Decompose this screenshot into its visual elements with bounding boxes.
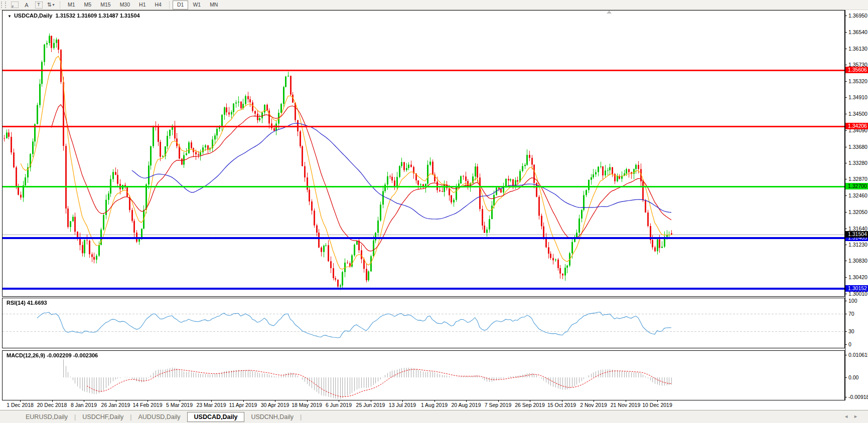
tab-usdcad[interactable]: USDCAD,Daily [187, 412, 245, 422]
date-label: 6 Jun 2019 [326, 402, 352, 408]
chart-ohlc: 1.31532 1.31609 1.31487 1.31504 [55, 13, 139, 19]
price-tick: 1.31230 [848, 242, 867, 248]
timeframe-button-H1[interactable]: H1 [134, 1, 150, 10]
macd-canvas[interactable] [3, 351, 844, 400]
timeframe-button-MN[interactable]: MN [205, 1, 222, 10]
price-tick: 1.34910 [848, 94, 867, 100]
tab-scroll-right-icon: ► [853, 414, 863, 419]
candlestick-canvas[interactable] [3, 11, 844, 296]
tab-eurusd[interactable]: EURUSD,Daily [19, 412, 74, 422]
rsi-tick: 100 [848, 298, 857, 304]
date-label: 26 Sep 2019 [515, 402, 545, 408]
top-toolbar: F A T ⇅▾ M1M5M15M30H1H4D1W1MN [0, 0, 868, 10]
date-label: 30 Apr 2019 [261, 402, 290, 408]
date-label: 2 Nov 2019 [580, 402, 607, 408]
date-label: 26 Jan 2019 [101, 402, 130, 408]
price-tick: 1.36130 [848, 46, 867, 52]
price-axis: 1.369501.365401.361301.357301.353201.349… [845, 10, 868, 400]
arrows-icon[interactable]: ⇅▾ [46, 1, 56, 9]
tab-usdcnh[interactable]: USDCNH,Daily [244, 412, 300, 422]
date-label: 21 Nov 2019 [611, 402, 641, 408]
hline-price-label: 1.30152 [845, 285, 868, 292]
tab-divider: | [300, 413, 302, 420]
collapse-icon[interactable]: ▼ [8, 14, 12, 19]
date-label: 1 Dec 2018 [7, 402, 34, 408]
rsi-panel: RSI(14) 41.6693 [2, 298, 845, 348]
chart-title: ▼USDCAD,Daily 1.31532 1.31609 1.31487 1.… [8, 13, 140, 19]
chart-tab-bar: ◄► EURUSD,Daily|USDCHF,Daily|AUDUSD,Dail… [0, 410, 868, 423]
price-tick: 1.30830 [848, 258, 867, 264]
date-label: 20 Aug 2019 [452, 402, 481, 408]
last-price-label: 1.31504 [845, 231, 868, 238]
macd-panel: MACD(12,26,9) -0.002209 -0.002306 [2, 350, 845, 400]
hline-price-label: 1.32700 [845, 183, 868, 189]
tab-audusd[interactable]: AUDUSD,Daily [132, 412, 187, 422]
price-tick: 1.32050 [848, 209, 867, 215]
price-tick: 1.30010 [848, 291, 867, 297]
rsi-label: RSI(14) 41.6693 [7, 300, 47, 306]
date-label: 23 Mar 2019 [197, 402, 226, 408]
main-chart-panel: ▼USDCAD,Daily 1.31532 1.31609 1.31487 1.… [2, 10, 845, 297]
timeframe-button-D1[interactable]: D1 [173, 1, 188, 10]
hline-price-label: 1.34206 [845, 123, 868, 129]
chart-shift-marker[interactable] [607, 11, 612, 14]
macd-tick: 0.00 [848, 374, 858, 380]
price-tick: 1.34500 [848, 111, 867, 117]
date-label: 7 Sep 2019 [485, 402, 512, 408]
rsi-canvas[interactable] [3, 298, 844, 348]
date-label: 25 Jun 2019 [356, 402, 385, 408]
date-label: 20 Dec 2018 [37, 402, 67, 408]
date-label: 15 Oct 2019 [547, 402, 576, 408]
rsi-tick: 30 [848, 328, 854, 334]
timeframe-button-H4[interactable]: H4 [151, 1, 166, 10]
text-label-icon[interactable]: T [34, 1, 44, 9]
price-tick: 1.33280 [848, 160, 867, 166]
timeframe-button-M30[interactable]: M30 [115, 1, 134, 10]
toolbar-separator [60, 2, 60, 9]
date-label: 13 Jul 2019 [389, 402, 416, 408]
price-tick: 1.32460 [848, 192, 867, 198]
date-label: 10 Dec 2019 [642, 402, 672, 408]
tab-scroll-arrows[interactable]: ◄► [844, 414, 863, 419]
tab-usdchf[interactable]: USDCHF,Daily [76, 412, 130, 422]
text-icon[interactable]: A [22, 1, 32, 9]
price-tick: 1.36540 [848, 29, 867, 35]
rsi-value: 41.6693 [27, 300, 47, 306]
timeframe-button-M15[interactable]: M15 [96, 1, 115, 10]
price-tick: 1.32870 [848, 176, 867, 182]
price-tick: 1.30420 [848, 274, 867, 280]
date-axis: 1 Dec 201820 Dec 20188 Jan 201926 Jan 20… [2, 400, 845, 410]
date-label: 11 Apr 2019 [229, 402, 257, 408]
date-label: 1 Aug 2019 [421, 402, 448, 408]
timeframe-button-W1[interactable]: W1 [188, 1, 205, 10]
fibonacci-icon[interactable]: F [10, 1, 20, 9]
toolbar-drag-handle[interactable] [1, 2, 6, 8]
timeframe-group: M1M5M15M30H1H4D1W1MN [63, 1, 222, 10]
dropdown-caret-icon[interactable]: ▾ [53, 3, 55, 7]
rsi-tick: 0 [848, 341, 851, 347]
macd-label: MACD(12,26,9) -0.002209 -0.002306 [7, 352, 98, 358]
price-tick: 1.36950 [848, 13, 867, 19]
date-label: 14 Feb 2019 [133, 402, 163, 408]
macd-values: -0.002209 -0.002306 [47, 352, 98, 358]
price-tick: 1.33680 [848, 144, 867, 150]
tab-scroll-left-icon: ◄ [844, 414, 853, 419]
price-tick: 1.35320 [848, 78, 867, 84]
macd-tick: -0.009181 [848, 394, 868, 400]
rsi-tick: 70 [848, 311, 854, 317]
hline-price-label: 1.35606 [845, 67, 868, 73]
date-label: 5 Mar 2019 [166, 402, 193, 408]
date-label: 18 May 2019 [292, 402, 322, 408]
timeframe-button-M1[interactable]: M1 [63, 1, 80, 10]
macd-tick: 0.010615 [848, 352, 868, 358]
timeframe-button-M5[interactable]: M5 [80, 1, 96, 10]
date-label: 8 Jan 2019 [71, 402, 97, 408]
